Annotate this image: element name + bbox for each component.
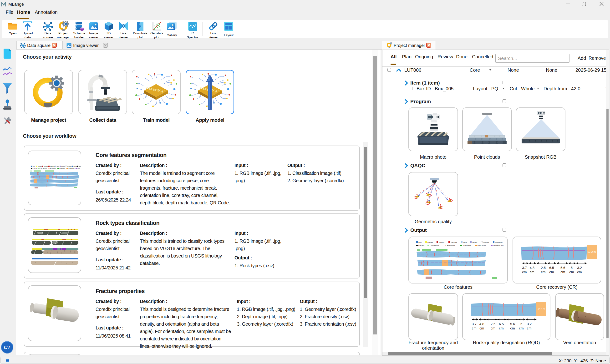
svg-text:4.8: 4.8: [530, 266, 534, 270]
svg-text:6.5: 6.5: [499, 322, 504, 326]
svg-text:cm: cm: [549, 270, 554, 274]
svg-text:cm: cm: [480, 326, 484, 330]
svg-text:Stringers: Stringers: [483, 242, 489, 243]
svg-text:Core: Core: [33, 166, 35, 167]
svg-text:cm: cm: [499, 326, 504, 330]
svg-text:6.5: 6.5: [549, 266, 554, 270]
svg-text:Bedd.: Bedd.: [79, 166, 81, 167]
svg-text:5: 5: [571, 266, 572, 270]
svg-text:2.5: 2.5: [491, 322, 495, 326]
svg-text:Stringers: Stringers: [67, 166, 72, 167]
svg-text:Core: Core: [418, 242, 422, 243]
svg-text:cm: cm: [569, 270, 574, 274]
svg-text:cm: cm: [491, 326, 495, 330]
svg-text:cm: cm: [541, 270, 545, 274]
svg-text:Veins: Veins: [463, 242, 467, 243]
svg-text:Orient.: Orient.: [77, 168, 80, 169]
svg-text:52.2 m: 52.2 m: [587, 250, 596, 253]
svg-text:cm: cm: [522, 270, 527, 274]
svg-text:5: 5: [520, 322, 522, 326]
svg-text:Depth blocks: Depth blocks: [478, 245, 486, 246]
svg-text:Veinlets: Veinlets: [472, 242, 477, 243]
svg-text:Disjoints: Disjoints: [44, 166, 48, 167]
svg-text:3.7: 3.7: [472, 322, 477, 326]
svg-text:2.5: 2.5: [541, 266, 546, 270]
svg-text:5.6: 5.6: [560, 266, 565, 270]
svg-text:cm: cm: [530, 270, 534, 274]
svg-text:cm: cm: [577, 270, 582, 274]
svg-text:Break marks: Break marks: [447, 245, 455, 246]
svg-text:Veinlets: Veinlets: [61, 166, 65, 167]
svg-text:Rubbles: Rubbles: [38, 166, 42, 167]
svg-text:Orientation lines: Orientation lines: [493, 245, 504, 246]
svg-text:cm: cm: [519, 326, 523, 330]
svg-text:3.2: 3.2: [577, 266, 582, 270]
svg-text:52.2 m: 52.2 m: [537, 308, 545, 310]
svg-text:cm: cm: [510, 326, 515, 330]
svg-text:3.7: 3.7: [522, 266, 527, 270]
svg-text:Fractures: Fractures: [50, 166, 55, 167]
svg-text:5.6: 5.6: [510, 322, 515, 326]
svg-text:Rubbles: Rubbles: [428, 242, 433, 243]
svg-text:Core channels: Core channels: [430, 245, 439, 246]
svg-text:4.8: 4.8: [480, 322, 484, 326]
svg-text:Disjoints: Disjoints: [439, 242, 444, 243]
svg-text:cm: cm: [560, 270, 565, 274]
svg-text:Depth blocks: Depth blocks: [68, 168, 75, 169]
svg-text:cm: cm: [472, 326, 476, 330]
svg-text:Core tray: Core tray: [418, 245, 424, 246]
svg-text:Core tray: Core tray: [33, 168, 38, 169]
svg-text:Depth marks: Depth marks: [59, 168, 65, 169]
svg-text:3.2: 3.2: [527, 322, 532, 326]
svg-text:cm: cm: [527, 326, 531, 330]
svg-text:Fractures: Fractures: [451, 242, 457, 243]
svg-text:Stockworks: Stockworks: [495, 242, 503, 243]
svg-text:Stockw.: Stockw.: [73, 166, 77, 167]
svg-text:Break marks: Break marks: [50, 168, 56, 169]
svg-text:Core channels: Core channels: [40, 168, 47, 169]
svg-text:Depth marks: Depth marks: [463, 245, 471, 246]
svg-text:Veins: Veins: [56, 166, 59, 167]
